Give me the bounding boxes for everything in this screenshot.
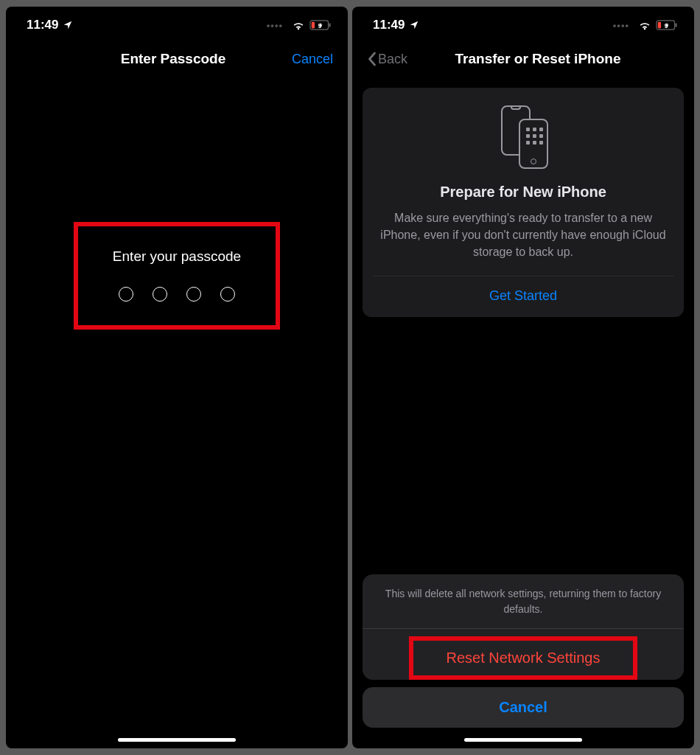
svg-rect-1 [329,23,330,27]
nav-bar: Back Transfer or Reset iPhone [352,39,694,74]
nav-title: Transfer or Reset iPhone [455,51,621,67]
status-left: 11:49 [373,18,419,32]
nav-bar: Enter Passcode Cancel [6,39,348,74]
back-label: Back [378,52,407,67]
svg-rect-5 [675,23,676,27]
status-right: •••• 9 [267,20,332,31]
card-title: Prepare for New iPhone [363,184,684,201]
svg-rect-2 [312,22,315,29]
wifi-icon [638,20,651,30]
prepare-card: Prepare for New iPhone Make sure everyth… [363,88,684,317]
back-button[interactable]: Back [367,52,426,67]
passcode-dot [186,287,201,302]
location-icon [63,20,73,30]
battery-icon: 9 [309,20,332,30]
sheet-cancel-button[interactable]: Cancel [363,687,684,728]
cellular-dots-icon: •••• [267,20,283,31]
home-indicator[interactable] [464,738,582,742]
passcode-dot [119,287,133,302]
reset-network-settings-button[interactable]: Reset Network Settings [409,636,637,680]
status-bar: 11:49 •••• 9 [352,7,694,39]
passcode-prompt: Enter your passcode [90,248,264,265]
card-description: Make sure everything's ready to transfer… [363,209,684,276]
get-started-button[interactable]: Get Started [363,276,684,317]
passcode-highlight: Enter your passcode [74,222,280,330]
sheet-action-container: Reset Network Settings [363,628,684,680]
devices-icon [494,104,553,170]
svg-rect-6 [658,22,661,29]
home-indicator[interactable] [118,738,236,742]
screenshot-right: 11:49 •••• 9 Back Transfer or Reset iPho… [352,7,694,748]
wifi-icon [292,20,305,30]
screenshot-left: 11:49 •••• 9 Enter Passcode Cancel Enter… [6,7,348,748]
status-time: 11:49 [373,18,405,32]
chevron-left-icon [367,52,377,66]
status-time: 11:49 [27,18,58,32]
status-left: 11:49 [27,18,73,32]
battery-icon: 9 [656,20,678,30]
action-sheet: This will delete all network settings, r… [363,574,684,728]
passcode-dots[interactable] [90,287,264,302]
cancel-button[interactable]: Cancel [274,52,333,67]
passcode-dot [153,287,167,302]
passcode-dot [220,287,235,302]
location-icon [409,20,419,30]
cellular-dots-icon: •••• [613,20,629,31]
nav-title: Enter Passcode [72,51,274,67]
status-bar: 11:49 •••• 9 [6,7,348,39]
status-right: •••• 9 [613,20,678,31]
sheet-message: This will delete all network settings, r… [363,574,684,628]
